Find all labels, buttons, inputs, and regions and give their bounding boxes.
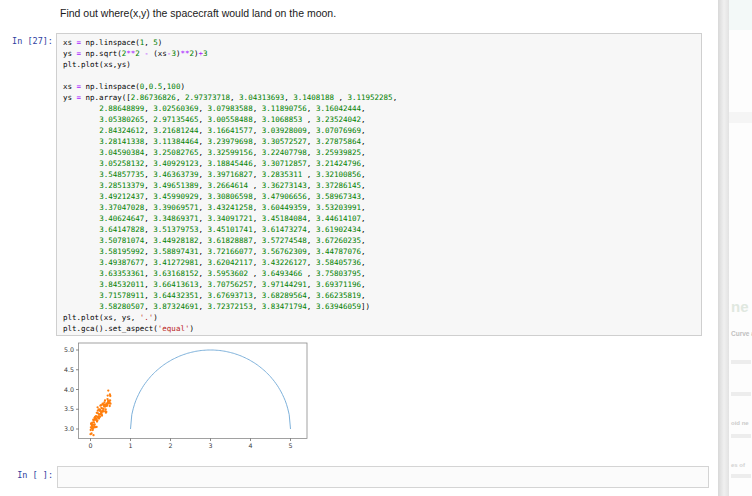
scatter-point (109, 405, 111, 407)
background-faint-line (731, 474, 751, 478)
empty-code-cell[interactable] (57, 466, 709, 488)
scatter-point (102, 408, 104, 410)
y-tick-label: 4.5 (64, 366, 74, 373)
code-editor[interactable]: xs = np.linspace(1, 5) ys = np.sqrt(2**2… (57, 34, 701, 334)
scatter-point (105, 411, 107, 413)
scatter-point (106, 404, 108, 406)
markdown-cell-text: Find out where(x,y) the spacecraft would… (60, 7, 620, 19)
scatter-point (109, 399, 111, 401)
scatter-point (93, 421, 95, 423)
x-tick-label: 5 (288, 442, 292, 449)
background-faint-line (731, 360, 751, 364)
background-text-fragment: es of (731, 462, 745, 468)
x-tick-label: 4 (248, 442, 252, 449)
x-tick-label: 2 (168, 442, 172, 449)
scatter-point (107, 394, 109, 396)
background-text-fragment: ne (731, 298, 749, 315)
scatter-point (107, 389, 109, 391)
scatter-point (105, 408, 107, 410)
background-window-block (729, 112, 752, 123)
plot-frame (79, 343, 308, 439)
input-prompt-empty: In [ ]: (11, 470, 53, 480)
background-window-block (729, 0, 752, 30)
scatter-point (101, 414, 103, 416)
scatter-point (96, 419, 98, 421)
empty-code-input[interactable] (58, 467, 712, 489)
scatter-point (96, 406, 98, 408)
y-tick-label: 3.5 (64, 405, 74, 412)
scatter-point (99, 416, 101, 418)
scatter-point (92, 434, 94, 436)
scatter-point (94, 423, 96, 425)
scatter-point (90, 429, 92, 431)
x-tick-label: 3 (208, 442, 212, 449)
background-faint-line (731, 392, 751, 396)
scatter-point (90, 432, 92, 434)
scatter-point (95, 426, 97, 428)
y-tick-label: 4.0 (64, 386, 74, 393)
scatter-point (104, 399, 106, 401)
scatter-point (109, 403, 111, 405)
y-tick-label: 3.0 (64, 425, 74, 432)
background-text-fragment: Curve a (731, 330, 752, 337)
background-window-sliver: ne Curve a oid ne es of (729, 0, 752, 496)
scatter-point (109, 395, 111, 397)
input-prompt-27: In [27]: (11, 36, 53, 46)
y-tick-label: 5.0 (64, 346, 74, 353)
x-tick-label: 0 (88, 442, 92, 449)
code-cell-input[interactable]: xs = np.linspace(1, 5) ys = np.sqrt(2**2… (56, 33, 702, 336)
background-faint-line (731, 434, 751, 438)
window-scrollbar-strip[interactable] (718, 0, 729, 496)
x-tick-label: 1 (128, 442, 132, 449)
matplotlib-plot-output: 0123453.03.54.04.55.0 (40, 338, 320, 455)
background-text-fragment: oid ne (731, 420, 749, 426)
